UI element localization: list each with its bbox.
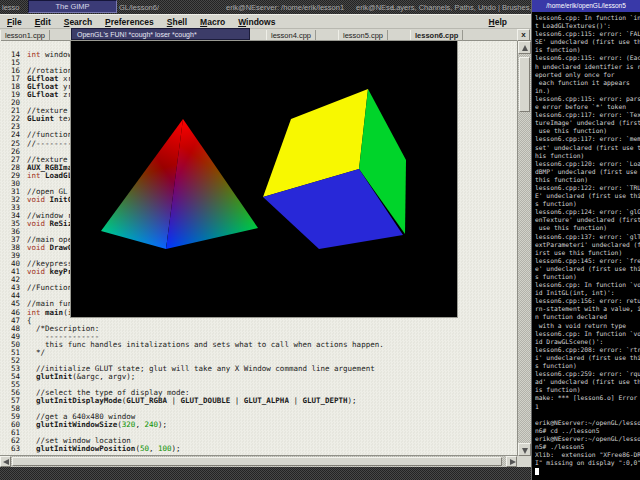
terminal-line: lesson6.cpp:208: error: `rtr (535, 346, 640, 354)
terminal-window: /home/erik/openGL/lesson5 lesson6.cpp: I… (531, 0, 640, 480)
terminal-titlebar[interactable]: /home/erik/openGL/lesson5 (532, 0, 640, 12)
terminal-output[interactable]: lesson6.cpp: In function `int LoadGLText… (532, 12, 640, 475)
terminal-line: s function) (535, 200, 640, 208)
desktop: { "taskbar": { "fragments": [ {"label": … (0, 0, 640, 480)
code-line: 54 glutInit(&argc, argv); (0, 373, 517, 381)
terminal-line: extParameteri' undeclared (f (535, 241, 640, 249)
terminal-line: tureImage' undeclared (first (535, 119, 640, 127)
terminal-line: lesson6.cpp:259: error: `rqu (535, 370, 640, 378)
terminal-line: lesson6.cpp:120: error: `Loa (535, 160, 640, 168)
terminal-line: lesson6.cpp:122: error: `TRU (535, 184, 640, 192)
taskbar-window-title[interactable]: GL/lesson6/ (119, 3, 159, 12)
terminal-line: E' undeclared (first use thi (535, 192, 640, 200)
terminal-line: is function) (535, 386, 640, 394)
terminal-line: this function) (535, 176, 640, 184)
gl-scene (71, 41, 457, 317)
menu-search[interactable]: Search (64, 17, 92, 28)
terminal-line: h undeclared identifier is r (535, 63, 640, 71)
arrow-right-icon (510, 459, 516, 465)
terminal-line: Xlib: extension "XFree86-DR (535, 451, 640, 459)
taskbar-active-button[interactable]: The GIMP (28, 0, 117, 13)
code-line: 51 */ (0, 349, 517, 357)
menu-edit[interactable]: Edit (35, 17, 51, 28)
terminal-line: ad' undeclared (first use th (535, 378, 640, 386)
terminal-line: id DrawGLScene()': (535, 338, 640, 346)
terminal-line: lesson6.cpp:124: error: `glG (535, 208, 640, 216)
terminal-line: e' undeclared (first use thi (535, 265, 640, 273)
terminal-line: his function) (535, 152, 640, 160)
arrow-down-icon (522, 448, 528, 454)
scroll-left-button[interactable] (0, 456, 11, 467)
code-line: 50 this func handles initalizations and … (0, 341, 517, 349)
terminal-line (535, 467, 640, 475)
horizontal-scrollbar[interactable] (0, 455, 517, 467)
tab-close-button[interactable]: x (517, 29, 530, 41)
arrow-up-icon (522, 45, 528, 51)
terminal-line: lesson6.cpp:115: error: `FAL (535, 30, 640, 38)
terminal-cursor (535, 468, 539, 475)
terminal-line: 1 (535, 403, 640, 411)
terminal-line: n5# ./lesson5 (535, 443, 640, 451)
terminal-line: in.) (535, 87, 640, 95)
terminal-line: n function declared (535, 313, 640, 321)
terminal-line: use this function) (535, 224, 640, 232)
terminal-line: dBMP' undeclared (first use (535, 168, 640, 176)
terminal-line: t LoadGLTextures()': (535, 22, 640, 30)
horizontal-scroll-thumb[interactable] (12, 457, 502, 466)
taskbar-window-title[interactable]: erik@NEse (356, 3, 394, 12)
terminal-line: e error before `*' token (535, 103, 640, 111)
gl-window-titlebar[interactable]: OpenGL's FUN! *cough* loser *cough* (71, 28, 250, 40)
terminal-line: lesson6.cpp: In function `vo (535, 281, 640, 289)
terminal-line: make: *** [lesson6.o] Error (535, 394, 640, 402)
terminal-line: set' undeclared (first use t (535, 144, 640, 152)
terminal-line: lesson6.cpp:117: error: `mem (535, 135, 640, 143)
gl-window-canvas (70, 40, 458, 318)
menu-help[interactable]: Help (489, 17, 507, 28)
terminal-line: irst use this function) (535, 249, 640, 257)
vertical-scroll-thumb[interactable] (519, 57, 530, 112)
terminal-line: s function) (535, 362, 640, 370)
scroll-up-button[interactable] (518, 41, 531, 54)
arrow-left-icon (3, 459, 9, 465)
terminal-line: eported only once for (535, 71, 640, 79)
terminal-line: lesson6.cpp:145: error: `fre (535, 257, 640, 265)
terminal-line: lesson6.cpp:137: error: `glT (535, 233, 640, 241)
terminal-line: n6# cd ../lesson5 (535, 427, 640, 435)
terminal-line (535, 411, 640, 419)
terminal-line: lesson6.cpp:115: error: pars (535, 95, 640, 103)
taskbar-window-title[interactable]: erik@NEserver: /home/erik/lesson1 (226, 3, 344, 12)
menu-macro[interactable]: Macro (200, 17, 225, 28)
terminal-line: use this function) (535, 127, 640, 135)
vertical-scrollbar[interactable] (517, 41, 531, 456)
cube (263, 89, 406, 249)
taskbar-window-title[interactable]: lesso (2, 3, 20, 12)
terminal-line: lesson6.cpp:115: error: (Eac (535, 54, 640, 62)
terminal-line: rn-statement with a value, i (535, 305, 640, 313)
scroll-down-button[interactable] (518, 443, 531, 456)
terminal-line: s function) (535, 273, 640, 281)
menu-shell[interactable]: Shell (167, 17, 187, 28)
menu-windows[interactable]: Windows (238, 17, 275, 28)
scroll-right-button[interactable] (506, 456, 517, 467)
terminal-line: erik@NEserver:~/openGL/lesso (535, 435, 640, 443)
terminal-line: lesson6.cpp: In function `vo (535, 330, 640, 338)
terminal-line: lesson6.cpp:117: error: `Tex (535, 111, 640, 119)
terminal-line: I" missing on display ":0,0" (535, 459, 640, 467)
terminal-line: id InitGL(int, int)': (535, 289, 640, 297)
code-line: 57 glutInitDisplayMode(GLUT_RGBA | GLUT_… (0, 397, 517, 405)
terminal-line: with a void return type (535, 322, 640, 330)
menubar: FileEditSearchPreferencesShellMacroWindo… (0, 15, 531, 28)
terminal-line: lesson6.cpp:156: error: retu (535, 297, 640, 305)
code-line: 60 glutInitWindowSize(320, 240); (0, 421, 517, 429)
terminal-line: i' undeclared (first use thi (535, 354, 640, 362)
terminal-line: SE' undeclared (first use th (535, 38, 640, 46)
terminal-line: each function it appears (535, 79, 640, 87)
pyramid (101, 119, 258, 249)
tab-lesson1.cpp[interactable]: lesson1.cpp (0, 30, 50, 41)
terminal-line: enTexture' undeclared (first (535, 216, 640, 224)
menu-file[interactable]: File (7, 17, 22, 28)
menu-preferences[interactable]: Preferences (105, 17, 154, 28)
terminal-line: is function) (535, 46, 640, 54)
terminal-line: erik@NEserver:~/openGL/lesso (535, 419, 640, 427)
terminal-line: lesson6.cpp: In function `in (535, 14, 640, 22)
